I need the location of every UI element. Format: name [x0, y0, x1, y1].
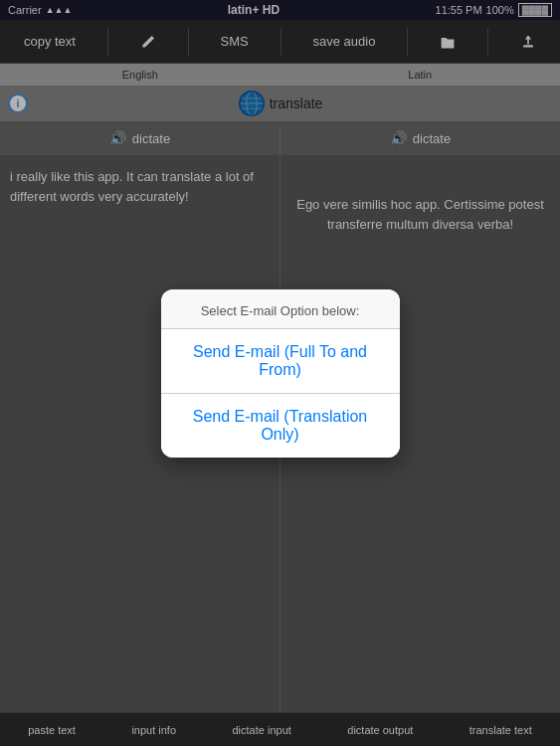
modal-title: Select E-mail Option below: [161, 289, 400, 328]
send-email-translation-button[interactable]: Send E-mail (Translation Only) [161, 394, 400, 458]
email-options-dialog: Select E-mail Option below: Send E-mail … [161, 289, 400, 458]
modal-overlay[interactable]: Select E-mail Option below: Send E-mail … [0, 0, 560, 746]
send-email-full-button[interactable]: Send E-mail (Full To and From) [161, 329, 400, 393]
